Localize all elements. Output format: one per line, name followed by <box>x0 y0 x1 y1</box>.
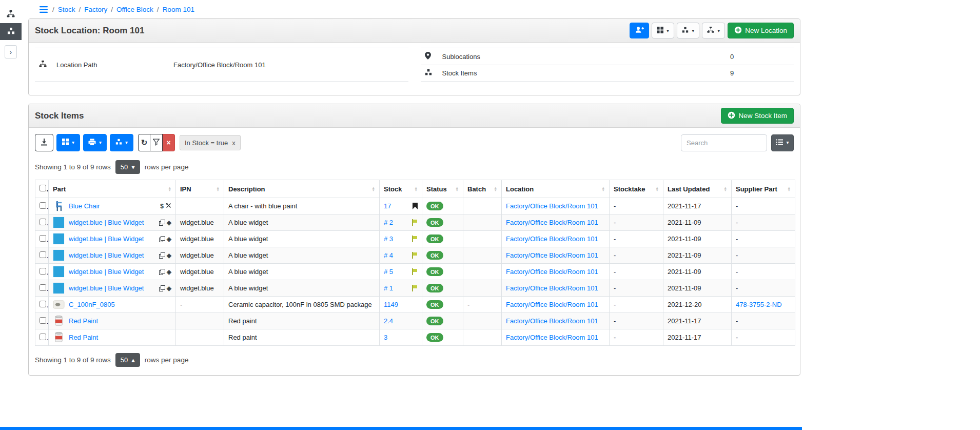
column-header-updated[interactable]: Last Updated▲▼ <box>663 180 732 198</box>
row-checkbox[interactable] <box>40 301 46 307</box>
sort-icon[interactable]: ▲▼ <box>456 186 459 192</box>
breadcrumb-link[interactable]: Factory <box>84 6 107 13</box>
supplier-part-link[interactable]: 478-3755-2-ND <box>736 301 782 308</box>
part-badges: ◈ <box>159 268 171 276</box>
filter-button[interactable] <box>150 134 163 151</box>
part-link[interactable]: C_100nF_0805 <box>69 301 115 308</box>
columns-dropdown-button[interactable]: ▾ <box>771 134 794 151</box>
stock-link[interactable]: 3 <box>384 334 387 341</box>
last-updated-cell: 2021-11-17 <box>663 198 732 214</box>
sidebar-item-location-details[interactable] <box>0 6 22 23</box>
refresh-button[interactable]: ↻ <box>138 134 150 151</box>
breadcrumb-link[interactable]: Office Block <box>116 6 153 13</box>
row-checkbox[interactable] <box>40 235 46 242</box>
row-checkbox[interactable] <box>40 268 46 275</box>
plus-circle-icon <box>728 111 735 121</box>
sort-icon[interactable]: ▲▼ <box>372 186 375 192</box>
stock-actions-dropdown[interactable]: ▾ <box>677 23 699 38</box>
sort-icon[interactable]: ▲▼ <box>415 186 418 192</box>
stock-link[interactable]: 17 <box>384 202 391 210</box>
column-header-ipn[interactable]: IPN▲▼ <box>176 180 224 198</box>
page-size-dropdown[interactable]: 50 ▴ <box>115 353 140 367</box>
location-link[interactable]: Factory/Office Block/Room 101 <box>506 251 598 259</box>
part-link[interactable]: widget.blue | Blue Widget <box>69 268 144 276</box>
row-checkbox[interactable] <box>40 334 46 340</box>
sort-icon[interactable]: ▲▼ <box>168 186 171 192</box>
location-link[interactable]: Factory/Office Block/Room 101 <box>506 284 598 292</box>
part-link[interactable]: Blue Chair <box>69 202 100 210</box>
column-header-stocktake[interactable]: Stocktake▲▼ <box>610 180 663 198</box>
ipn-cell: widget.blue <box>176 231 224 247</box>
location-link[interactable]: Factory/Office Block/Room 101 <box>506 334 598 341</box>
barcode-actions-dropdown[interactable]: ▾ <box>652 23 674 38</box>
location-link[interactable]: Factory/Office Block/Room 101 <box>506 301 598 308</box>
column-header-loc[interactable]: Location▲▼ <box>502 180 610 198</box>
part-link[interactable]: widget.blue | Blue Widget <box>69 284 144 292</box>
column-header-desc[interactable]: Description▲▼ <box>224 180 380 198</box>
stock-link[interactable]: # 4 <box>384 251 393 259</box>
part-link[interactable]: Red Paint <box>69 317 98 325</box>
last-updated-cell: 2021-11-09 <box>663 214 732 231</box>
stock-link[interactable]: 1149 <box>384 301 398 308</box>
clear-x-icon: × <box>166 139 170 147</box>
column-header-part[interactable]: Part▲▼ <box>49 180 176 198</box>
breadcrumb: /Stock/Factory/Office Block/Room 101 <box>28 0 800 18</box>
part-link[interactable]: widget.blue | Blue Widget <box>69 219 144 226</box>
breadcrumb-link[interactable]: Stock <box>58 6 75 13</box>
stocktake-cell: - <box>610 280 663 297</box>
menu-icon[interactable] <box>40 6 48 13</box>
page-size-dropdown[interactable]: 50 ▾ <box>115 160 140 174</box>
caret-down-icon: ▾ <box>667 28 669 33</box>
part-link[interactable]: widget.blue | Blue Widget <box>69 235 144 243</box>
sort-icon[interactable]: ▲▼ <box>724 186 727 192</box>
sidebar-item-stock-items[interactable] <box>0 23 22 40</box>
breadcrumb-link[interactable]: Room 101 <box>163 6 194 13</box>
location-link[interactable]: Factory/Office Block/Room 101 <box>506 202 598 210</box>
part-link[interactable]: Red Paint <box>69 334 98 341</box>
column-header-stock[interactable]: Stock▲▼ <box>380 180 422 198</box>
batch-cell <box>463 247 502 264</box>
stock-link[interactable]: # 1 <box>384 284 393 292</box>
clear-filter-button[interactable]: × <box>163 134 175 151</box>
row-checkbox[interactable] <box>40 202 46 209</box>
batch-cell <box>463 198 502 214</box>
column-header-status[interactable]: Status▲▼ <box>422 180 463 198</box>
location-link[interactable]: Factory/Office Block/Room 101 <box>506 219 598 226</box>
remove-filter-icon[interactable]: x <box>232 139 236 147</box>
sort-icon[interactable]: ▲▼ <box>602 186 605 192</box>
stock-link[interactable]: # 5 <box>384 268 393 276</box>
stock-link[interactable]: # 2 <box>384 219 393 226</box>
download-button[interactable] <box>35 134 53 151</box>
stock-link[interactable]: 2.4 <box>384 317 393 325</box>
part-link[interactable]: widget.blue | Blue Widget <box>69 251 144 259</box>
column-header-supplier[interactable]: Supplier Part▲▼ <box>732 180 795 198</box>
new-stock-item-button[interactable]: New Stock Item <box>721 108 794 124</box>
columns-list-icon <box>776 139 783 147</box>
stock-link[interactable]: # 3 <box>384 235 393 243</box>
pagination-top: Showing 1 to 9 of 9 rows 50 ▾ rows per p… <box>35 160 794 174</box>
location-actions-dropdown[interactable]: ▾ <box>702 23 725 38</box>
showing-rows-text: Showing 1 to 9 of 9 rows <box>35 356 111 364</box>
row-checkbox[interactable] <box>40 284 46 291</box>
row-checkbox[interactable] <box>40 219 46 225</box>
location-link[interactable]: Factory/Office Block/Room 101 <box>506 235 598 243</box>
stock-options-dropdown[interactable]: ▾ <box>110 134 133 151</box>
row-checkbox[interactable] <box>40 251 46 258</box>
new-location-button[interactable]: New Location <box>728 23 794 38</box>
select-all-checkbox[interactable] <box>40 185 46 191</box>
search-input[interactable] <box>681 134 767 151</box>
sort-icon[interactable]: ▲▼ <box>788 186 791 192</box>
user-actions-button[interactable] <box>630 23 649 38</box>
location-link[interactable]: Factory/Office Block/Room 101 <box>506 317 598 325</box>
column-header-batch[interactable]: Batch▲▼ <box>463 180 502 198</box>
table-row: Red PaintRed paint3OKFactory/Office Bloc… <box>35 329 795 346</box>
part-thumbnail <box>53 299 65 310</box>
sort-icon[interactable]: ▲▼ <box>217 186 220 192</box>
sidebar-expand-button[interactable]: › <box>5 45 17 58</box>
row-checkbox[interactable] <box>40 317 46 324</box>
sort-icon[interactable]: ▲▼ <box>494 186 497 192</box>
barcode-toolbar-dropdown[interactable]: ▾ <box>56 134 80 151</box>
print-toolbar-dropdown[interactable]: ▾ <box>83 134 107 151</box>
location-link[interactable]: Factory/Office Block/Room 101 <box>506 268 598 276</box>
sort-icon[interactable]: ▲▼ <box>656 186 659 192</box>
